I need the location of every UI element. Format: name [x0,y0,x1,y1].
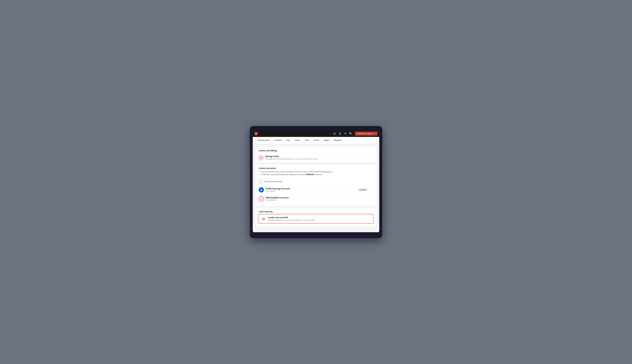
bullet-1: Link accounts to your card as sources of… [261,170,373,173]
svg-rect-7 [263,218,264,219]
bullet-2: ATM Fast Cash withdrawals are deducted f… [261,174,373,176]
manage-limits-icon [259,156,263,160]
logout-button[interactable]: Proceed to Logout → [355,132,378,136]
posb-account-name: POSB eSavings Account [266,188,290,190]
create-pin-subtitle: Instantly change or reset your ATM, debi… [268,219,315,221]
nav-item-transfer[interactable]: Transfer [272,137,284,144]
close-button[interactable]: ✕ [254,132,258,135]
dbs-account-number: 012-987654-1 [266,199,288,201]
card-security-header: Card security [256,208,376,214]
dbs-account-icon [259,196,264,202]
svg-point-3 [261,189,262,190]
manage-limits-left: Manage limits Set daily and monthly spen… [259,155,318,160]
dbs-account-info: DBS Multiplier Account 012-987654-1 [266,196,288,201]
account-row-dbs: DBS Multiplier Account 012-987654-1 ⋮ [259,194,373,203]
search-icon[interactable]: 🔍 [349,132,352,135]
create-pin-left: Create new card PIN Instantly change or … [261,216,315,221]
manage-limits-row[interactable]: Manage limits Set daily and monthly spen… [256,153,376,162]
nav-item-pay[interactable]: Pay [284,137,292,144]
linked-accounts-card: Linked accounts Link accounts to your ca… [256,164,376,206]
top-bar-icons: ⊞ 👤 ✉ 🔍 Proceed to Logout → [334,132,378,136]
top-bar: ✕ ⊞ 👤 ✉ 🔍 Proceed to Logout → [253,130,379,137]
account-posb-left: POSB eSavings Account 123-34567-0 [259,187,290,192]
account-row-posb: POSB eSavings Account 123-34567-0 PRIMAR… [259,186,373,194]
manage-limits-title: Manage limits [266,155,318,158]
posb-account-info: POSB eSavings Account 123-34567-0 [266,188,290,192]
dbs-dots-menu[interactable]: ⋮ [370,197,373,201]
limits-billing-card: Limits and billing Manage limits [256,147,376,162]
nav-bar: My Accounts Transfer Pay Cards Plan Inve… [253,137,379,144]
card-security-card: Card security [256,208,376,226]
dbs-account-name: DBS Multiplier Account [266,196,288,199]
posb-account-right: PRIMARY ⋮ [358,188,373,192]
limits-billing-header: Limits and billing [256,147,376,153]
nav-item-plan[interactable]: Plan [302,137,311,144]
manage-limits-subtitle: Set daily and monthly spending limits, r… [266,158,318,160]
manage-limits-text: Manage limits Set daily and monthly spen… [266,155,318,160]
person-icon[interactable]: 👤 [338,132,342,135]
browser-window: ✕ ⊞ 👤 ✉ 🔍 Proceed to Logout → My Account… [253,130,379,232]
dbs-account-right: ⋮ [370,197,373,201]
card-security-inner: Create new card PIN Instantly change or … [256,214,376,226]
primary-bold-text: PRIMARY [306,174,314,176]
logout-icon: → [374,132,376,135]
nav-item-invest[interactable]: Invest [312,137,322,144]
create-pin-chevron: › [370,217,371,220]
manage-limits-chevron: › [373,156,373,159]
nav-item-cards[interactable]: Cards [292,137,302,144]
create-pin-row[interactable]: Create new card PIN Instantly change or … [258,214,374,224]
nav-item-apply[interactable]: Apply [322,137,332,144]
group-icon[interactable]: ⊞ [334,132,336,135]
posb-dots-menu[interactable]: ⋮ [370,188,373,192]
nav-item-request[interactable]: Request [332,137,344,144]
logout-label: Proceed to Logout [357,132,373,135]
create-pin-title: Create new card PIN [268,216,315,219]
posb-account-number: 123-34567-0 [266,190,290,192]
plus-circle-icon: + [259,180,263,184]
primary-badge: PRIMARY [358,188,368,191]
screen-wrapper: ✕ ⊞ 👤 ✉ 🔍 Proceed to Logout → My Account… [250,126,382,238]
nav-item-myaccounts[interactable]: My Accounts [256,137,272,144]
posb-account-icon [259,187,264,192]
create-pin-text: Create new card PIN Instantly change or … [268,216,315,221]
link-more-row[interactable]: + Link more accounts [259,178,373,186]
account-dbs-left: DBS Multiplier Account 012-987654-1 [259,196,288,202]
pin-icon [261,216,266,221]
content-area: Limits and billing Manage limits [253,144,379,232]
mail-icon[interactable]: ✉ [344,132,346,135]
link-more-label: Link more accounts [264,180,282,183]
linked-accounts-title: Linked accounts [259,167,373,170]
linked-accounts-bullets: Link accounts to your card as sources of… [259,170,373,176]
